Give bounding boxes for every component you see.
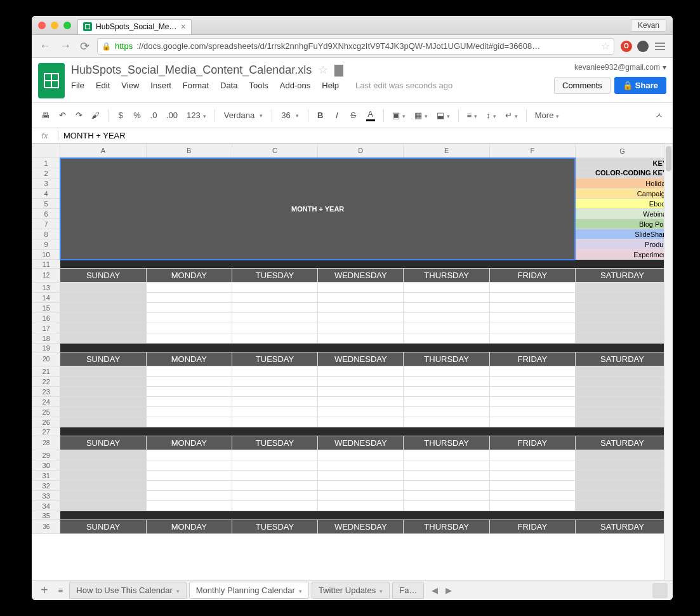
undo-icon[interactable]: ↶ [55, 108, 69, 123]
row-header[interactable]: 29 [32, 450, 60, 460]
row-header[interactable]: 6 [32, 209, 60, 219]
row-header[interactable]: 2 [32, 168, 60, 178]
col-header[interactable]: A [60, 144, 146, 158]
day-header[interactable]: MONDAY [146, 269, 232, 283]
move-folder-icon[interactable]: ▇ [334, 63, 343, 77]
browser-user-chip[interactable]: Kevan [631, 19, 666, 32]
col-header[interactable]: B [146, 144, 232, 158]
reload-button-icon[interactable]: ⟳ [79, 39, 91, 53]
forward-button-icon[interactable]: → [58, 39, 72, 53]
pocket-extension-icon[interactable] [637, 41, 649, 52]
row-header[interactable]: 1 [32, 158, 60, 168]
row-header[interactable]: 28 [32, 436, 60, 450]
row-header[interactable]: 15 [32, 303, 60, 313]
formula-input[interactable]: MONTH + YEAR [58, 131, 131, 140]
browser-menu-icon[interactable] [654, 41, 666, 51]
row-header[interactable]: 11 [32, 260, 60, 269]
day-header[interactable]: THURSDAY [404, 352, 489, 366]
row-header[interactable]: 5 [32, 199, 60, 209]
key-item[interactable]: Webinar [575, 209, 669, 219]
spreadsheet-grid[interactable]: A B C D E F G 1 MONTH + YEAR KEY: 2 COLO… [32, 144, 673, 580]
day-header[interactable]: MONDAY [146, 352, 232, 366]
menu-file[interactable]: File [71, 81, 84, 90]
day-header[interactable]: TUESDAY [232, 520, 317, 534]
row-header[interactable]: 30 [32, 460, 60, 471]
row-header[interactable]: 22 [32, 377, 60, 387]
day-header[interactable]: WEDNESDAY [318, 352, 404, 366]
row-header[interactable]: 16 [32, 313, 60, 323]
menu-tools[interactable]: Tools [249, 81, 268, 90]
day-header[interactable]: FRIDAY [489, 436, 575, 450]
account-email[interactable]: kevanlee932@gmail.com ▾ [574, 63, 666, 72]
col-header[interactable]: D [318, 144, 404, 158]
bold-button[interactable]: B [314, 108, 327, 123]
row-header[interactable]: 10 [32, 250, 60, 260]
url-input[interactable]: 🔒 https ://docs.google.com/spreadsheets/… [97, 38, 614, 55]
day-header[interactable]: SATURDAY [575, 520, 669, 534]
more-toolbar[interactable]: More [532, 108, 563, 123]
col-header[interactable]: G [575, 144, 669, 158]
close-tab-icon[interactable]: × [181, 22, 186, 32]
star-document-icon[interactable]: ☆ [318, 63, 328, 77]
day-header[interactable]: SUNDAY [60, 520, 146, 534]
day-header[interactable]: SATURDAY [575, 436, 669, 450]
day-header[interactable]: MONDAY [146, 436, 232, 450]
sheet-tab[interactable]: Fa… [392, 582, 424, 599]
merge-cells-button[interactable]: ⬓ [433, 108, 453, 123]
row-header[interactable]: 12 [32, 269, 60, 283]
day-header[interactable]: THURSDAY [404, 269, 489, 283]
bookmark-star-icon[interactable]: ☆ [601, 40, 610, 52]
vertical-align-button[interactable]: ↕ [483, 108, 499, 123]
redo-icon[interactable]: ↷ [72, 108, 86, 123]
row-header[interactable]: 18 [32, 333, 60, 344]
paint-format-icon[interactable]: 🖌 [88, 108, 103, 123]
sheet-tab[interactable]: How to Use This Calendar [69, 582, 187, 599]
day-header[interactable]: WEDNESDAY [318, 520, 404, 534]
font-size-select[interactable]: 36 [277, 109, 302, 121]
row-header[interactable]: 25 [32, 407, 60, 417]
day-header[interactable]: WEDNESDAY [318, 436, 404, 450]
row-header[interactable]: 33 [32, 491, 60, 501]
horizontal-align-button[interactable]: ≡ [464, 108, 481, 123]
key-item[interactable]: Campaign [575, 189, 669, 199]
vertical-scrollbar[interactable] [664, 144, 673, 580]
italic-button[interactable]: I [330, 108, 344, 123]
strikethrough-button[interactable]: S [347, 108, 360, 123]
row-header[interactable]: 21 [32, 366, 60, 377]
row-header[interactable]: 4 [32, 189, 60, 199]
sheets-logo-icon[interactable] [38, 63, 65, 98]
day-header[interactable]: TUESDAY [232, 352, 317, 366]
sheet-prev-icon[interactable]: ◀ [432, 586, 438, 595]
row-header[interactable]: 26 [32, 417, 60, 427]
row-header[interactable]: 32 [32, 481, 60, 491]
title-cell[interactable]: MONTH + YEAR [60, 158, 576, 260]
maximize-window-icon[interactable] [63, 22, 71, 29]
row-header[interactable]: 34 [32, 501, 60, 511]
document-title[interactable]: HubSpots_Social_Media_Content_Calendar.x… [71, 64, 312, 77]
number-format-menu[interactable]: 123 [183, 108, 209, 123]
key-colorcoding[interactable]: COLOR-CODING KEY: [575, 168, 669, 178]
row-header[interactable]: 31 [32, 471, 60, 481]
collapse-toolbar-icon[interactable]: ㅅ [652, 107, 666, 124]
row-header[interactable]: 19 [32, 344, 60, 352]
day-header[interactable]: FRIDAY [489, 269, 575, 283]
row-header[interactable]: 13 [32, 283, 60, 293]
row-header[interactable]: 3 [32, 178, 60, 189]
row-header[interactable]: 9 [32, 239, 60, 250]
menu-help[interactable]: Help [322, 81, 339, 90]
select-all-corner[interactable] [32, 144, 60, 158]
row-header[interactable]: 24 [32, 397, 60, 407]
key-header[interactable]: KEY: [575, 158, 669, 168]
sheet-next-icon[interactable]: ▶ [446, 586, 452, 595]
menu-data[interactable]: Data [220, 81, 237, 90]
increase-decimal[interactable]: .00 [163, 108, 181, 123]
format-currency[interactable]: $ [114, 108, 128, 123]
all-sheets-icon[interactable]: ≡ [55, 586, 67, 595]
comments-button[interactable]: Comments [554, 77, 611, 94]
menu-format[interactable]: Format [183, 81, 209, 90]
browser-tab[interactable]: HubSpots_Social_Media_C… × [77, 19, 192, 34]
sheet-tab[interactable]: Twitter Updates [312, 582, 390, 599]
text-color-button[interactable]: A [363, 107, 378, 124]
key-item[interactable]: SlideShare [575, 229, 669, 239]
decrease-decimal[interactable]: .0 [147, 108, 161, 123]
